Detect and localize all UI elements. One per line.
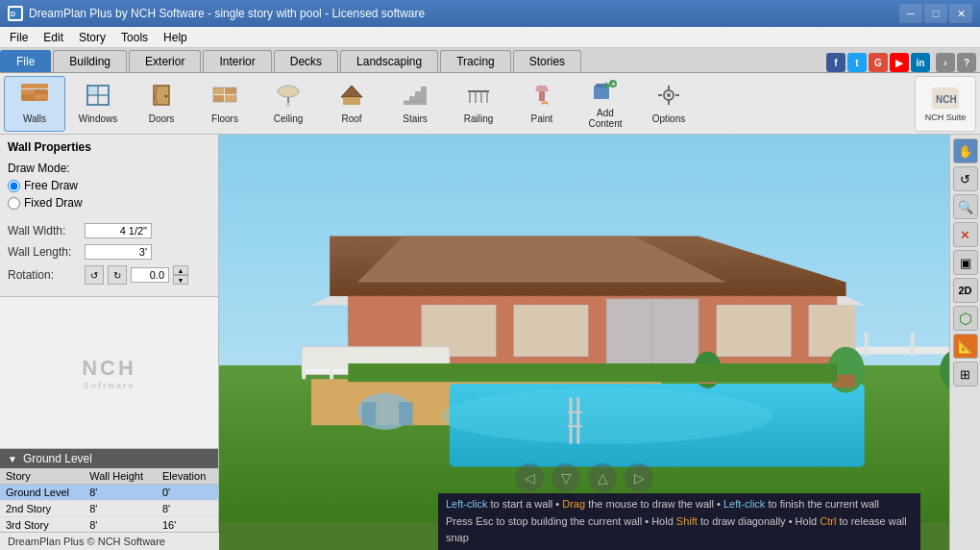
tab-building[interactable]: Building bbox=[53, 50, 127, 72]
viewport[interactable]: ◁ ▽ △ ▷ Left-click to start a wall • Dra… bbox=[219, 135, 949, 550]
windows-icon bbox=[86, 84, 110, 111]
add-content-icon: + bbox=[592, 78, 619, 105]
menu-file[interactable]: File bbox=[2, 29, 36, 46]
tool-doors[interactable]: Doors bbox=[131, 76, 192, 132]
svg-rect-69 bbox=[568, 412, 582, 413]
layers-button[interactable]: ▣ bbox=[953, 250, 978, 275]
walls-icon bbox=[21, 84, 48, 111]
rotation-label: Rotation: bbox=[8, 268, 85, 282]
minimize-button[interactable]: ─ bbox=[899, 4, 922, 23]
story-name: 3rd Story bbox=[0, 517, 84, 534]
svg-rect-51 bbox=[911, 333, 915, 356]
story-wall-height: 8' bbox=[84, 501, 157, 517]
fixed-draw-option[interactable]: Fixed Draw bbox=[8, 196, 210, 210]
story-row[interactable]: 3rd Story 8' 16' bbox=[0, 517, 218, 534]
tool-floors[interactable]: Floors bbox=[194, 76, 256, 132]
svg-rect-22 bbox=[404, 101, 409, 105]
tabbar: File Building Exterior Interior Decks La… bbox=[0, 48, 980, 73]
measure-button[interactable]: 📐 bbox=[953, 334, 978, 359]
tool-windows[interactable]: Windows bbox=[67, 76, 129, 132]
main-content: Wall Properties Draw Mode: Free Draw Fix… bbox=[0, 135, 980, 550]
svg-point-66 bbox=[440, 388, 772, 444]
menu-story[interactable]: Story bbox=[71, 29, 113, 46]
status-text-5: to draw diagonally • Hold bbox=[700, 515, 820, 527]
youtube-icon[interactable]: ▶ bbox=[890, 53, 909, 72]
wall-length-input[interactable] bbox=[85, 244, 152, 260]
close-button[interactable]: ✕ bbox=[949, 4, 972, 23]
doors-label: Doors bbox=[149, 113, 175, 124]
tab-interior[interactable]: Interior bbox=[203, 50, 271, 72]
story-wall-height: 8' bbox=[84, 517, 157, 534]
shift-key: Shift bbox=[676, 515, 698, 527]
nav-up-button[interactable]: △ bbox=[588, 463, 617, 492]
expand-icon[interactable]: › bbox=[936, 53, 955, 72]
orbit-button[interactable]: ↺ bbox=[953, 166, 978, 191]
status-line2: Press Esc to stop building the current w… bbox=[446, 513, 913, 547]
google-icon[interactable]: G bbox=[869, 53, 888, 72]
tab-landscaping[interactable]: Landscaping bbox=[340, 50, 438, 72]
tool-walls[interactable]: Walls bbox=[4, 76, 65, 132]
rotation-down-button[interactable]: ▼ bbox=[173, 275, 188, 285]
3d-button[interactable]: ⬡ bbox=[953, 306, 978, 331]
nch-suite-button[interactable]: NCH NCH Suite bbox=[915, 76, 976, 132]
zoom-button[interactable]: 🔍 bbox=[953, 194, 978, 219]
free-draw-radio[interactable] bbox=[8, 180, 20, 192]
options-label: Options bbox=[652, 113, 685, 124]
nav-down-button[interactable]: ▽ bbox=[551, 463, 580, 492]
right-sidebar: ✋ ↺ 🔍 ✕ ▣ 2D ⬡ 📐 ⊞ bbox=[949, 135, 980, 550]
rotation-up-button[interactable]: ▲ bbox=[173, 265, 188, 275]
tab-file[interactable]: File bbox=[0, 50, 51, 72]
tool-railing[interactable]: Railing bbox=[448, 76, 509, 132]
hand-tool-button[interactable]: ✋ bbox=[953, 138, 978, 163]
status-line1: Left-click to start a wall • Drag the mo… bbox=[446, 496, 913, 513]
maximize-button[interactable]: □ bbox=[924, 4, 947, 23]
svg-text:D: D bbox=[11, 11, 15, 17]
story-elevation: 8' bbox=[157, 501, 218, 517]
titlebar-controls: ─ □ ✕ bbox=[899, 4, 972, 23]
nav-left-button[interactable]: ◁ bbox=[515, 463, 544, 492]
menu-edit[interactable]: Edit bbox=[36, 29, 71, 46]
svg-rect-14 bbox=[213, 95, 224, 102]
close-view-button[interactable]: ✕ bbox=[953, 222, 978, 247]
svg-rect-72 bbox=[302, 356, 306, 379]
tool-paint[interactable]: Paint bbox=[511, 76, 573, 132]
rotate-right-button[interactable]: ↻ bbox=[108, 265, 127, 285]
menu-tools[interactable]: Tools bbox=[113, 29, 156, 46]
nch-suite-label: NCH Suite bbox=[925, 112, 967, 122]
svg-rect-5 bbox=[21, 84, 48, 88]
paint-icon bbox=[529, 84, 554, 111]
tool-options[interactable]: Options bbox=[638, 76, 699, 132]
titlebar: D DreamPlan Plus by NCH Software - singl… bbox=[0, 0, 980, 27]
story-row[interactable]: Ground Level 8' 0' bbox=[0, 485, 218, 501]
help-icon[interactable]: ? bbox=[957, 53, 976, 72]
svg-rect-68 bbox=[576, 397, 579, 443]
tool-add-content[interactable]: + Add Content bbox=[575, 76, 636, 132]
fixed-draw-radio[interactable] bbox=[8, 197, 20, 210]
tool-ceiling[interactable]: Ceiling bbox=[257, 76, 319, 132]
tab-decks[interactable]: Decks bbox=[274, 50, 338, 72]
twitter-icon[interactable]: t bbox=[847, 53, 867, 72]
rotation-input[interactable] bbox=[131, 267, 169, 283]
fixed-draw-label: Fixed Draw bbox=[24, 196, 83, 210]
tab-tracing[interactable]: Tracing bbox=[440, 50, 511, 72]
rotate-left-button[interactable]: ↺ bbox=[85, 265, 104, 285]
menu-help[interactable]: Help bbox=[156, 29, 195, 46]
tab-exterior[interactable]: Exterior bbox=[129, 50, 201, 72]
tab-stories[interactable]: Stories bbox=[513, 50, 581, 72]
facebook-icon[interactable]: f bbox=[826, 53, 845, 72]
nav-right-button[interactable]: ▷ bbox=[625, 463, 653, 492]
nch-watermark: NCH Software bbox=[0, 297, 218, 448]
free-draw-option[interactable]: Free Draw bbox=[8, 179, 210, 192]
wall-width-input[interactable] bbox=[85, 223, 152, 238]
story-row[interactable]: 2nd Story 8' 8' bbox=[0, 501, 218, 517]
2d-button[interactable]: 2D bbox=[953, 278, 978, 303]
svg-text:+: + bbox=[611, 80, 616, 88]
app-bottom-bar: DreamPlan Plus © NCH Software bbox=[0, 532, 219, 550]
grid-button[interactable]: ⊞ bbox=[953, 362, 978, 387]
linkedin-icon[interactable]: in bbox=[911, 53, 930, 72]
navigation-arrows: ◁ ▽ △ ▷ bbox=[515, 463, 653, 492]
left-click-finish: Left-click bbox=[723, 498, 765, 510]
tool-stairs[interactable]: Stairs bbox=[384, 76, 446, 132]
tool-roof[interactable]: Roof bbox=[321, 76, 382, 132]
story-wall-height: 8' bbox=[84, 485, 157, 501]
